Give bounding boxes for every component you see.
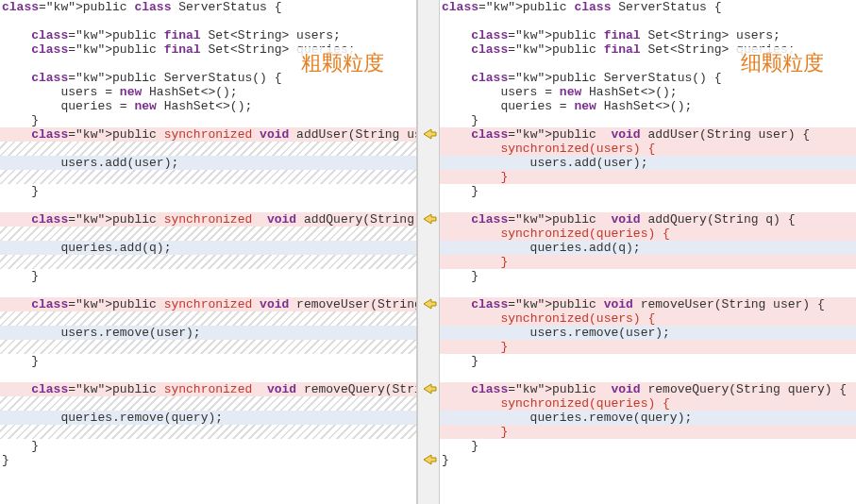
code-line: synchronized(queries) {	[440, 396, 856, 411]
code-line: queries.remove(query);	[440, 411, 856, 425]
code-line	[440, 368, 856, 382]
code-line: }	[0, 439, 416, 453]
right-code-pane[interactable]: class="kw">public class ServerStatus { c…	[440, 0, 856, 504]
code-line: class="kw">public final Set<String> user…	[440, 28, 856, 42]
code-line: }	[0, 354, 416, 368]
code-line: users = new HashSet<>();	[440, 85, 856, 99]
code-line: class="kw">public void removeUser(String…	[440, 297, 856, 311]
code-line	[0, 198, 416, 212]
code-line: }	[440, 425, 856, 439]
code-line: }	[440, 113, 856, 127]
code-line	[0, 368, 416, 382]
code-line: queries = new HashSet<>();	[440, 99, 856, 113]
code-line: users.add(user);	[440, 156, 856, 170]
code-line: synchronized(users) {	[440, 311, 856, 326]
code-line: users.remove(user);	[0, 326, 416, 340]
code-line: }	[0, 269, 416, 283]
code-line: }	[440, 354, 856, 368]
diff-marker-icon[interactable]	[421, 212, 438, 226]
code-line	[0, 425, 416, 439]
code-line: queries.remove(query);	[0, 411, 416, 425]
left-annotation: 粗颗粒度	[297, 47, 388, 79]
diff-marker-icon[interactable]	[421, 453, 438, 466]
code-line: class="kw">public void addUser(String us…	[440, 127, 856, 142]
code-line	[0, 283, 416, 297]
code-line: class="kw">public synchronized void remo…	[0, 297, 416, 311]
code-line: users = new HashSet<>();	[0, 85, 416, 99]
code-line: class="kw">public void addQuery(String q…	[440, 212, 856, 227]
left-code-pane[interactable]: class="kw">public class ServerStatus { c…	[0, 0, 417, 504]
code-line	[0, 396, 416, 411]
code-line	[0, 170, 416, 184]
code-line: }	[440, 184, 856, 198]
diff-marker-icon[interactable]	[421, 297, 438, 311]
code-line	[0, 340, 416, 354]
diff-marker-icon[interactable]	[421, 382, 438, 395]
right-annotation: 细颗粒度	[737, 47, 828, 79]
code-line	[0, 142, 416, 156]
code-line	[0, 311, 416, 326]
code-line: synchronized(queries) {	[440, 227, 856, 241]
code-line: class="kw">public synchronized void addQ…	[0, 212, 416, 227]
code-line: class="kw">public void removeQuery(Strin…	[440, 382, 856, 396]
code-line: }	[0, 453, 416, 467]
code-line: }	[440, 340, 856, 354]
code-line: class="kw">public synchronized void remo…	[0, 382, 416, 396]
diff-gutter	[417, 0, 440, 504]
code-line: queries = new HashSet<>();	[0, 99, 416, 113]
code-line: class="kw">public class ServerStatus {	[0, 0, 416, 14]
code-line: }	[440, 453, 856, 467]
code-line	[440, 14, 856, 28]
code-line: queries.add(q);	[440, 241, 856, 255]
code-line	[440, 198, 856, 212]
code-line	[440, 283, 856, 297]
code-line: }	[0, 113, 416, 127]
code-line: users.remove(user);	[440, 326, 856, 340]
code-line: class="kw">public final Set<String> user…	[0, 28, 416, 42]
code-line: queries.add(q);	[0, 241, 416, 255]
code-line: }	[440, 439, 856, 453]
code-line: }	[440, 269, 856, 283]
code-line: }	[0, 184, 416, 198]
code-line: class="kw">public synchronized void addU…	[0, 127, 416, 142]
code-line: }	[440, 255, 856, 269]
code-line: class="kw">public class ServerStatus {	[440, 0, 856, 14]
code-line	[0, 14, 416, 28]
diff-marker-icon[interactable]	[421, 127, 438, 141]
code-line	[0, 255, 416, 269]
code-line: }	[440, 170, 856, 184]
code-line	[0, 227, 416, 241]
code-line: synchronized(users) {	[440, 142, 856, 156]
code-line: users.add(user);	[0, 156, 416, 170]
